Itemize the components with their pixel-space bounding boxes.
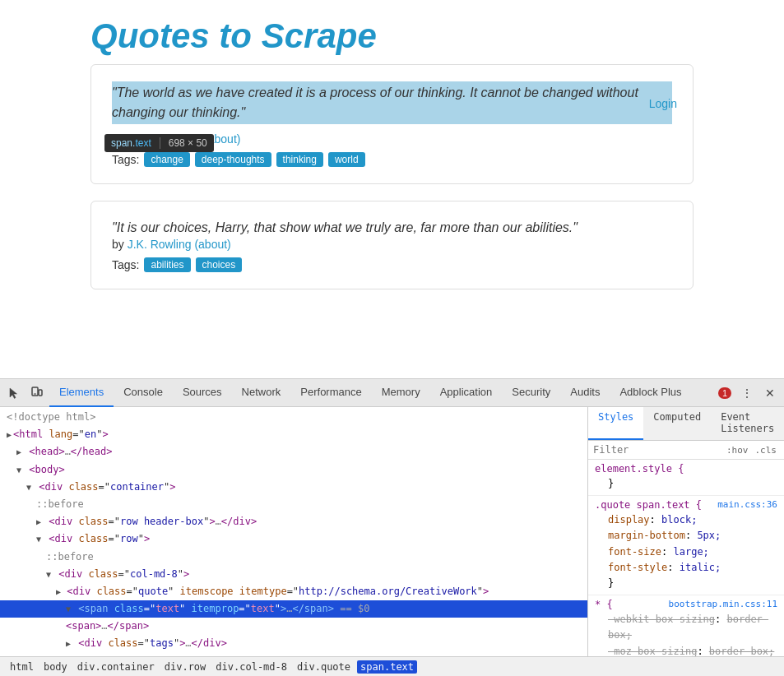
tab-network[interactable]: Network [232,379,291,407]
main-page: Quotes to Scrape Login span.text 698 × 5… [0,0,784,378]
tag-change[interactable]: change [144,152,189,167]
devtools-toolbar: Elements Console Sources Network Perform… [0,379,784,407]
quote-tags-1: Tags: change deep-thoughts thinking worl… [112,152,672,167]
error-count-badge: 1 [718,387,731,399]
devtools-tabs: Elements Console Sources Network Perform… [49,379,717,407]
html-line-before2: ::before [0,549,587,566]
breadcrumb-body[interactable]: body [40,660,71,674]
styles-filter-input[interactable] [593,444,719,456]
html-line-quote-div: ▶ <div class="quote" itemscope itemtype=… [0,583,587,600]
styles-tab-event-listeners[interactable]: Event Listeners [711,407,784,440]
tag-thinking[interactable]: thinking [276,152,323,167]
devtools-content: <!doctype html> ▶<html lang="en"> ▶ <hea… [0,407,784,656]
html-line-col: ▼ <div class="col-md-8"> [0,566,587,583]
devtools-panel: Elements Console Sources Network Perform… [0,378,784,676]
breadcrumb-html[interactable]: html [7,660,37,674]
tag-deep-thoughts[interactable]: deep-thoughts [195,152,271,167]
styles-filter-bar: :hov .cls + [588,441,784,460]
tooltip-dimensions: 698 × 50 [169,137,207,149]
breadcrumb-div-quote[interactable]: div.quote [294,660,354,674]
html-line-span-selected[interactable]: ▼ <span class="text" itemprop="text">…</… [0,600,587,618]
tag-world[interactable]: world [328,152,365,167]
device-icon[interactable] [26,382,48,404]
svg-rect-1 [39,390,42,396]
breadcrumb-div-col[interactable]: div.col-md-8 [212,660,290,674]
tag-abilities[interactable]: abilities [144,257,190,272]
cls-pseudo-button[interactable]: .cls [753,444,780,456]
tab-adblock[interactable]: Adblock Plus [610,379,691,407]
tooltip-selector: span.text [111,137,151,149]
close-devtools-icon[interactable]: ✕ [759,382,781,404]
html-line-doctype: <!doctype html> [0,409,587,426]
styles-tab-styles[interactable]: Styles [588,407,643,440]
bootstrap-css-link[interactable]: bootstrap.min.css:11 [669,599,777,609]
tab-security[interactable]: Security [502,379,560,407]
styles-panel: Styles Computed Event Listeners >> :hov … [588,407,784,656]
tab-elements[interactable]: Elements [49,379,114,407]
html-line-container: ▼ <div class="container"> [0,479,587,496]
html-line-tags-div: ▶ <div class="tags">…</div> [0,635,587,652]
tab-memory[interactable]: Memory [372,379,430,407]
breadcrumb-span-text[interactable]: span.text [357,660,417,674]
html-line-row: ▼ <div class="row"> [0,530,587,548]
html-line-header-box: ▶ <div class="row header-box">…</div> [0,513,587,530]
tab-console[interactable]: Console [114,379,173,407]
breadcrumb-div-container[interactable]: div.container [74,660,158,674]
more-options-icon[interactable]: ⋮ [736,382,758,404]
page-title: Quotes to Scrape [90,16,377,55]
html-line-before1: ::before [0,496,587,513]
styles-rule-element: element.style { } [588,460,784,496]
cursor-icon[interactable] [3,382,25,404]
tab-performance[interactable]: Performance [290,379,371,407]
styles-tab-computed[interactable]: Computed [643,407,711,440]
elements-panel[interactable]: <!doctype html> ▶<html lang="en"> ▶ <hea… [0,407,588,656]
devtools-breadcrumb: html body div.container div.row div.col-… [0,656,784,676]
tag-choices[interactable]: choices [196,257,243,272]
tab-application[interactable]: Application [430,379,503,407]
tab-sources[interactable]: Sources [173,379,232,407]
quote-author-line-2: by J.K. Rowling (about) [112,238,672,251]
main-css-link-1[interactable]: main.css:36 [717,499,777,510]
html-line-html: ▶<html lang="en"> [0,426,587,443]
quote-tags-2: Tags: abilities choices [112,257,672,272]
hov-pseudo-button[interactable]: :hov [724,444,751,456]
html-line-span2: <span>…</span> [0,618,587,635]
html-line-body: ▼ <body> [0,461,587,479]
breadcrumb-div-row[interactable]: div.row [161,660,210,674]
about-link-2[interactable]: (about) [194,238,230,251]
page-header: Quotes to Scrape [0,0,784,64]
styles-tab-bar: Styles Computed Event Listeners >> [588,407,784,441]
inspector-tooltip: span.text 698 × 50 [104,134,214,152]
styles-rule-quote-span: .quote span.text { main.css:36 display: … [588,496,784,595]
quote-text-1: "The world as we have created it is a pr… [112,81,672,124]
styles-rule-universal: * { bootstrap.min.css:11 -webkit-box-siz… [588,595,784,656]
quote-text-2: "It is our choices, Harry, that show wha… [112,220,578,234]
tab-audits[interactable]: Audits [560,379,610,407]
html-line-head: ▶ <head>…</head> [0,443,587,461]
login-link[interactable]: Login [649,97,677,110]
devtools-right-icons: 1 ⋮ ✕ [718,382,781,404]
quote-card-2: "It is our choices, Harry, that show wha… [90,201,694,289]
author-link-2[interactable]: J.K. Rowling [128,238,192,251]
quote-card-1: "The world as we have created it is a pr… [90,64,694,184]
